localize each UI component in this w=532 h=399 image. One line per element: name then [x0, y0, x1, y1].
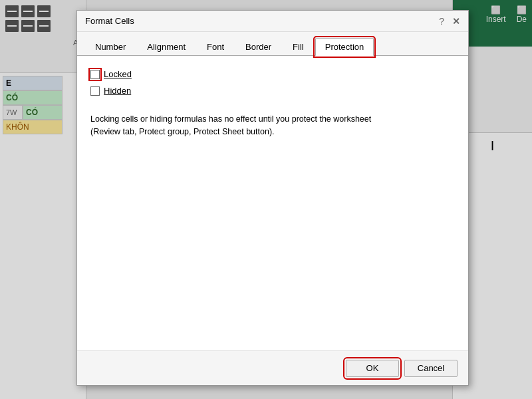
help-button[interactable]: ? — [439, 16, 444, 27]
tab-fill[interactable]: Fill — [283, 38, 314, 56]
dialog-title: Format Cells — [85, 16, 134, 26]
dialog-titlebar: Format Cells ? ✕ — [77, 11, 468, 32]
hidden-checkbox-wrapper[interactable]: Hidden — [90, 86, 131, 96]
tab-number[interactable]: Number — [85, 38, 136, 56]
ok-button[interactable]: OK — [346, 360, 399, 377]
hidden-label: Hidden — [104, 86, 131, 96]
locked-checkbox[interactable] — [90, 70, 100, 79]
title-actions: ? ✕ — [439, 16, 460, 27]
hidden-row: Hidden — [90, 86, 455, 96]
tab-border[interactable]: Border — [235, 38, 281, 56]
format-cells-dialog: Format Cells ? ✕ Number Alignment Font B… — [76, 10, 469, 386]
dialog-footer: OK Cancel — [77, 350, 468, 385]
protection-description: Locking cells or hiding formulas has no … — [90, 113, 396, 138]
locked-checkbox-wrapper[interactable]: Locked — [90, 69, 132, 79]
tab-bar: Number Alignment Font Border Fill Protec… — [77, 32, 468, 56]
tab-font[interactable]: Font — [197, 38, 234, 56]
dialog-body: Locked Hidden Locking cells or hiding fo… — [77, 56, 468, 350]
body-spacer — [90, 138, 455, 340]
locked-row: Locked — [90, 69, 455, 79]
tab-alignment[interactable]: Alignment — [137, 38, 196, 56]
locked-label: Locked — [104, 69, 132, 79]
close-button[interactable]: ✕ — [452, 16, 460, 27]
hidden-checkbox[interactable] — [90, 86, 100, 96]
tab-protection[interactable]: Protection — [315, 38, 374, 56]
cancel-button[interactable]: Cancel — [404, 360, 458, 377]
